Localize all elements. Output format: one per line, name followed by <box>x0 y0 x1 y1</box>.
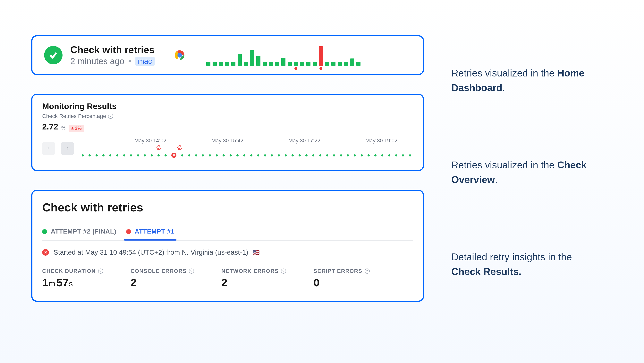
timeline-success-dot[interactable] <box>88 154 91 156</box>
sparkline-bar <box>269 62 273 66</box>
timeline-success-dot[interactable] <box>347 154 349 156</box>
check-title: Check with retries <box>70 44 155 56</box>
time-label: May 30 14:02 <box>134 138 166 144</box>
timeline-success-dot[interactable] <box>319 154 322 156</box>
timeline-success-dot[interactable] <box>109 154 111 156</box>
metric-label: SCRIPT ERRORS? <box>314 268 370 274</box>
home-dashboard-card: Check with retries 2 minutes ago • mac <box>31 35 424 75</box>
timeline-next-button[interactable] <box>61 142 74 155</box>
retry-dot-icon <box>320 67 322 70</box>
separator-dot: • <box>128 56 131 66</box>
timeline-fail-dot[interactable]: ✕ <box>171 153 176 158</box>
attempt-tab[interactable]: ATTEMPT #1 <box>126 224 174 240</box>
timeline-success-dot[interactable] <box>209 154 211 156</box>
timeline-success-dot[interactable] <box>292 154 294 156</box>
timeline-prev-button[interactable] <box>42 142 55 155</box>
sparkline-bar <box>312 62 317 66</box>
retry-indicator-icon <box>177 145 182 150</box>
time-label: May 30 15:42 <box>212 138 244 144</box>
timeline-success-dot[interactable] <box>388 154 390 156</box>
sparkline-chart <box>206 44 411 66</box>
timeline-success-dot[interactable] <box>243 154 246 156</box>
sparkline-bar <box>281 58 286 66</box>
timeline-success-dot[interactable] <box>395 154 397 156</box>
timeline-success-dot[interactable] <box>102 154 104 156</box>
sparkline-bar <box>231 62 236 66</box>
timeline-success-dot[interactable] <box>361 154 363 156</box>
timeline-success-dot[interactable] <box>285 154 287 156</box>
fail-icon: ✕ <box>42 249 49 256</box>
timeline-success-dot[interactable] <box>409 154 411 156</box>
help-icon[interactable]: ? <box>108 114 113 119</box>
timeline-success-dot[interactable] <box>340 154 342 156</box>
timeline-success-dot[interactable] <box>116 154 118 156</box>
tag-badge[interactable]: mac <box>135 57 155 66</box>
timeline-success-dot[interactable] <box>312 154 314 156</box>
metric-value: 2 <box>222 276 286 289</box>
retries-pct-value: 2.72 <box>42 122 58 131</box>
timeline-success-dot[interactable] <box>144 154 146 156</box>
status-dot-icon <box>42 229 47 234</box>
sparkline-bar <box>294 62 298 66</box>
metric: NETWORK ERRORS?2 <box>222 268 286 289</box>
chrome-icon <box>172 48 187 62</box>
sparkline-bar <box>206 62 210 66</box>
retry-dot-icon <box>294 67 297 70</box>
metric: CHECK DURATION?1m57s <box>42 268 103 289</box>
timeline-success-dot[interactable] <box>271 154 273 156</box>
sparkline-bar <box>338 62 342 66</box>
timeline-success-dot[interactable] <box>82 154 84 156</box>
timeline-success-dot[interactable] <box>222 154 225 156</box>
sparkline-bar <box>319 46 323 66</box>
timeline-success-dot[interactable] <box>151 154 153 156</box>
help-icon[interactable]: ? <box>189 268 194 274</box>
timeline-success-dot[interactable] <box>381 154 383 156</box>
help-icon[interactable]: ? <box>364 268 370 274</box>
help-icon[interactable]: ? <box>98 268 103 274</box>
trend-badge: 2% <box>68 125 84 132</box>
timeline-success-dot[interactable] <box>96 154 98 156</box>
sparkline-bar <box>262 62 267 66</box>
timeline-success-dot[interactable] <box>137 154 139 156</box>
timeline-success-dot[interactable] <box>195 154 197 156</box>
trend-up-icon <box>71 127 74 130</box>
timeline-success-dot[interactable] <box>130 154 132 156</box>
timeline-success-dot[interactable] <box>181 154 183 156</box>
sparkline-bar <box>244 62 248 66</box>
timeline-success-dot[interactable] <box>202 154 204 156</box>
timeline-success-dot[interactable] <box>374 154 376 156</box>
sparkline-bar <box>212 62 217 66</box>
timeline-success-dot[interactable] <box>306 154 308 156</box>
timeline-success-dot[interactable] <box>236 154 238 156</box>
metric: SCRIPT ERRORS?0 <box>314 268 370 289</box>
timeline-success-dot[interactable] <box>250 154 252 156</box>
timeline-success-dot[interactable] <box>230 154 232 156</box>
timeline-success-dot[interactable] <box>368 154 370 156</box>
retry-indicator-icon <box>156 145 162 150</box>
timeline-success-dot[interactable] <box>257 154 259 156</box>
timeline-success-dot[interactable] <box>164 154 167 156</box>
retries-pct-unit: % <box>61 125 66 131</box>
timeline-success-dot[interactable] <box>354 154 356 156</box>
timeline-chart: May 30 14:02May 30 15:42May 30 17:22May … <box>80 138 413 159</box>
timeline-success-dot[interactable] <box>402 154 404 156</box>
timeline-success-dot[interactable] <box>298 154 301 156</box>
retries-pct-label: Check Retries Percentage <box>42 113 106 119</box>
timeline-success-dot[interactable] <box>333 154 335 156</box>
help-icon[interactable]: ? <box>281 268 286 274</box>
timeline-success-dot[interactable] <box>278 154 280 156</box>
timeline-success-dot[interactable] <box>264 154 266 156</box>
attempt-tab[interactable]: ATTEMPT #2 (FINAL) <box>42 224 116 240</box>
time-label: May 30 17:22 <box>288 138 320 144</box>
timeline-success-dot[interactable] <box>123 154 125 156</box>
time-ago: 2 minutes ago <box>70 56 124 66</box>
timeline-success-dot[interactable] <box>158 154 160 156</box>
annotation-home: Retries visualized in the Home Dashboard… <box>451 66 600 95</box>
timeline-success-dot[interactable] <box>326 154 328 156</box>
flag-us-icon: 🇺🇸 <box>253 249 260 256</box>
metric-label: CHECK DURATION? <box>42 268 103 274</box>
timeline-success-dot[interactable] <box>216 154 218 156</box>
timeline-success-dot[interactable] <box>188 154 190 156</box>
metric-label: CONSOLE ERRORS? <box>130 268 194 274</box>
tab-label: ATTEMPT #2 (FINAL) <box>51 228 116 235</box>
